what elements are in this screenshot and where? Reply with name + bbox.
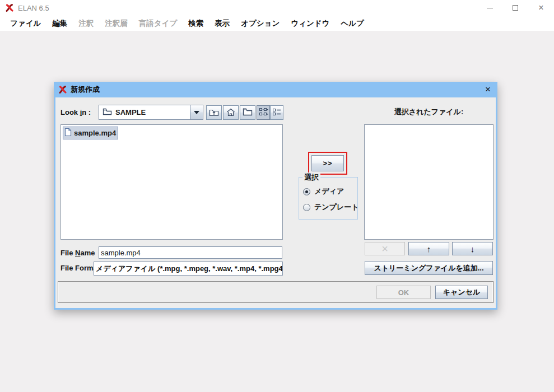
selection-groupbox: 選択	[299, 177, 358, 220]
file-name-text: sample.mp4	[74, 129, 116, 137]
file-list-item[interactable]: sample.mp4	[63, 127, 118, 139]
look-in-combobox[interactable]: SAMPLE	[99, 105, 203, 120]
up-level-button[interactable]	[206, 105, 222, 120]
maximize-icon	[513, 5, 518, 11]
dialog-close-button[interactable]: ×	[481, 82, 495, 97]
elan-logo-icon	[58, 85, 67, 94]
radio-media-label: メディア	[314, 186, 344, 197]
file-name-label: File Name	[60, 249, 95, 257]
radio-media[interactable]: メディア	[303, 186, 344, 197]
file-format-combobox[interactable]: メディアファイル (*.mpg, *.mpeg, *.wav, *.mp4, *…	[94, 262, 283, 276]
remove-file-button[interactable]: ×	[365, 242, 405, 255]
move-up-button[interactable]: ↑	[408, 242, 449, 255]
elan-logo-icon	[5, 3, 14, 12]
file-name-input[interactable]	[99, 246, 282, 259]
radio-template-icon	[303, 204, 310, 211]
menu-options[interactable]: オプション	[235, 18, 285, 29]
list-view-toggle[interactable]	[270, 105, 283, 120]
window-controls: ×	[477, 0, 554, 16]
menu-window[interactable]: ウィンドウ	[285, 18, 335, 29]
cancel-button[interactable]: キャンセル	[435, 286, 488, 299]
grid-view-toggle[interactable]	[257, 105, 270, 120]
menu-edit[interactable]: 編集	[46, 18, 73, 29]
window-titlebar: ELAN 6.5 ×	[0, 0, 554, 16]
selected-files-list[interactable]	[364, 124, 494, 240]
menu-tier: 注釈層	[99, 18, 133, 29]
look-in-dropdown-button[interactable]	[190, 105, 203, 119]
selected-files-label: 選択されたファイル:	[364, 107, 494, 117]
transfer-files-button[interactable]: >>	[311, 155, 344, 171]
chevron-down-icon	[194, 111, 199, 114]
elan-main-window: ELAN 6.5 × ファイル 編集 注釈 注釈層 言語タイプ 検索 表示 オプ…	[0, 0, 554, 392]
menu-annotation: 注釈	[73, 18, 99, 29]
add-streaming-file-button[interactable]: ストリーミングファイルを追加...	[365, 261, 493, 275]
look-in-value: SAMPLE	[115, 108, 146, 116]
selection-group-title: 選択	[302, 172, 320, 183]
menu-type: 言語タイプ	[133, 18, 183, 29]
menu-view[interactable]: 表示	[209, 18, 235, 29]
ok-button[interactable]: OK	[376, 286, 431, 299]
home-button[interactable]	[223, 105, 239, 120]
radio-template-label: テンプレート	[314, 202, 359, 212]
move-down-button[interactable]: ↓	[452, 242, 493, 255]
new-folder-button[interactable]	[240, 105, 255, 120]
look-in-label: Look in :	[60, 108, 91, 116]
menu-help[interactable]: ヘルプ	[335, 18, 369, 29]
dialog-titlebar[interactable]: 新規作成	[54, 82, 497, 97]
dialog-title: 新規作成	[71, 85, 100, 95]
menu-search[interactable]: 検索	[183, 18, 209, 29]
window-title: ELAN 6.5	[18, 4, 49, 12]
minimize-icon	[487, 8, 493, 8]
radio-template[interactable]: テンプレート	[303, 202, 359, 212]
grid-view-icon	[259, 108, 268, 118]
menu-bar: ファイル 編集 注釈 注釈層 言語タイプ 検索 表示 オプション ウィンドウ ヘ…	[0, 16, 554, 31]
close-icon: ×	[538, 3, 543, 12]
radio-media-icon	[303, 188, 310, 195]
home-icon	[226, 108, 236, 118]
menu-file[interactable]: ファイル	[4, 18, 46, 29]
folder-icon	[103, 108, 112, 117]
file-format-value: メディアファイル (*.mpg, *.mpeg, *.wav, *.mp4, *…	[96, 264, 283, 274]
new-document-dialog: 新規作成 × Look in : SAMPLE	[54, 82, 497, 310]
arrow-down-icon: ↓	[471, 244, 475, 254]
list-view-icon	[272, 108, 281, 118]
close-button[interactable]: ×	[528, 0, 554, 16]
file-browser-list[interactable]: sample.mp4	[60, 124, 283, 240]
up-level-folder-icon	[209, 108, 219, 118]
new-folder-icon	[243, 108, 253, 118]
file-icon	[64, 128, 72, 138]
minimize-button[interactable]	[477, 0, 502, 16]
arrow-up-icon: ↑	[427, 244, 431, 254]
remove-x-icon: ×	[381, 242, 388, 255]
maximize-button[interactable]	[502, 0, 528, 16]
